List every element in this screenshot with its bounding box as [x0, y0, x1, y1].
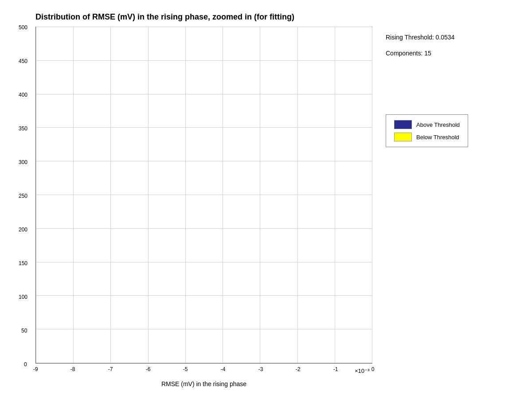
x-tick-n9: -9	[33, 366, 38, 372]
x-scale-label: ×10⁻³	[355, 368, 369, 374]
y-tick-450: 450	[19, 58, 27, 64]
legend-item-below: Below Threshold	[394, 133, 460, 141]
legend-box: Above Threshold Below Threshold	[386, 114, 468, 147]
below-threshold-color	[394, 133, 412, 141]
components-label: Components: 15	[386, 50, 523, 57]
x-tick-n5: -5	[183, 366, 188, 372]
y-tick-150: 150	[19, 260, 27, 266]
x-tick-n1: -1	[333, 366, 338, 372]
y-tick-350: 350	[19, 125, 27, 132]
y-tick-50: 50	[21, 328, 27, 334]
x-tick-n2: -2	[296, 366, 301, 372]
above-threshold-color	[394, 120, 412, 129]
right-panel: Rising Threshold: 0.0534 Components: 15 …	[386, 27, 523, 147]
x-tick-0: 0	[372, 366, 375, 372]
rising-threshold: Rising Threshold: 0.0534	[386, 34, 523, 41]
above-threshold-label: Above Threshold	[416, 121, 460, 128]
x-tick-n8: -8	[70, 366, 75, 372]
y-tick-400: 400	[19, 92, 27, 98]
y-tick-250: 250	[19, 193, 27, 199]
below-threshold-label: Below Threshold	[416, 134, 459, 141]
y-axis-label-container: # of sweeps	[6, 27, 343, 364]
x-tick-n6: -6	[146, 366, 151, 372]
chart-title: Distribution of RMSE (mV) in the rising …	[35, 12, 294, 22]
page-container: Distribution of RMSE (mV) in the rising …	[0, 0, 532, 399]
y-tick-300: 300	[19, 159, 27, 165]
y-tick-200: 200	[19, 227, 27, 233]
grid-line-v-9	[372, 27, 372, 363]
y-tick-500: 500	[19, 24, 27, 31]
y-tick-100: 100	[19, 294, 27, 300]
x-tick-n7: -7	[108, 366, 113, 372]
y-tick-0: 0	[24, 361, 27, 368]
x-axis-label: RMSE (mV) in the rising phase	[35, 380, 372, 387]
x-tick-n4: -4	[221, 366, 226, 372]
legend-item-above: Above Threshold	[394, 120, 460, 129]
x-tick-n3: -3	[258, 366, 263, 372]
